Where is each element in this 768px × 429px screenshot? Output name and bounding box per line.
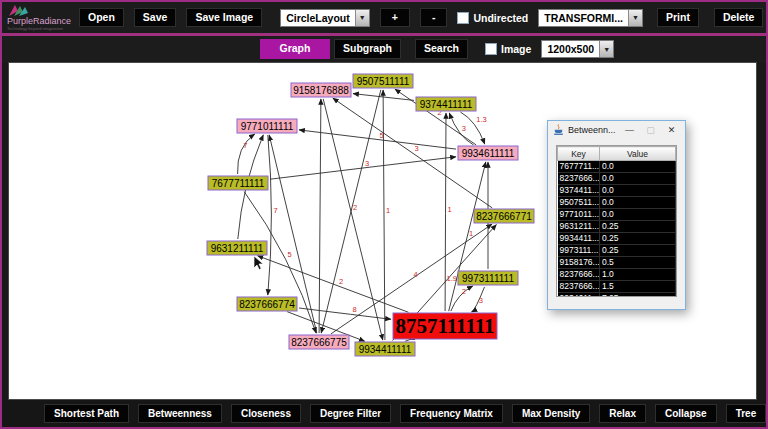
- transform-select-value: TRANSFORMI...: [539, 10, 628, 26]
- table-row[interactable]: 9934611...7.25: [558, 293, 676, 298]
- table-row[interactable]: 8237666...1.0: [558, 269, 676, 281]
- graph-node-label: 8237666774: [239, 299, 295, 310]
- edge-weight-label: 2: [462, 287, 466, 296]
- table-row[interactable]: 9973111...0.25: [558, 245, 676, 257]
- graph-tab-button[interactable]: Graph: [260, 39, 330, 59]
- table-row[interactable]: 8237666...0.0: [558, 173, 676, 185]
- maximize-icon[interactable]: ▢: [642, 125, 659, 135]
- table-cell: 9374411...: [558, 185, 600, 197]
- table-row[interactable]: 9507511...0.0: [558, 197, 676, 209]
- table-cell: 0.0: [600, 197, 676, 209]
- edge-weight-label: 3: [462, 124, 466, 133]
- delete-button[interactable]: Delete: [714, 8, 764, 28]
- bottom-button-max-density[interactable]: Max Density: [512, 404, 590, 423]
- top-toolbar: PurpleRadiance Technology beyond imagina…: [2, 2, 766, 33]
- search-button[interactable]: Search: [415, 39, 468, 59]
- graph-node-label: 7677711111: [212, 178, 265, 189]
- table-row[interactable]: 8237666...1.5: [558, 281, 676, 293]
- image-size-select[interactable]: 1200x500 ▼: [541, 40, 614, 58]
- table-cell: 1.0: [600, 269, 676, 281]
- edge-weight-label: 1.3: [476, 115, 486, 124]
- table-cell: 7677711...: [558, 161, 600, 173]
- table-row[interactable]: 9934411...0.25: [558, 233, 676, 245]
- graph-edge: [323, 99, 383, 340]
- table-cell: 0.0: [600, 185, 676, 197]
- graph-node-label: 8237666771: [476, 211, 532, 222]
- table-cell: 9771011...: [558, 209, 600, 221]
- edge-weight-label: 3: [415, 144, 419, 153]
- table-row[interactable]: 9374411...0.0: [558, 185, 676, 197]
- graph-node-label: 9158176888: [293, 85, 349, 96]
- graph-node-label: 8237666775: [291, 337, 347, 348]
- edge-weight-label: 3: [365, 159, 369, 168]
- table-row[interactable]: 9631211...0.25: [558, 221, 676, 233]
- table-cell: 0.0: [600, 209, 676, 221]
- edge-weight-label: 2: [339, 277, 343, 286]
- bottom-button-relax[interactable]: Relax: [599, 404, 646, 423]
- betweenness-table-panel: Key Value 7677711...0.08237666...0.09374…: [556, 145, 677, 297]
- image-checkbox-row: Image: [485, 43, 531, 55]
- chevron-down-icon[interactable]: ▼: [355, 10, 369, 26]
- undirected-checkbox[interactable]: [457, 12, 469, 24]
- edge-weight-label: 1: [469, 229, 473, 238]
- table-row[interactable]: 7677711...0.0: [558, 161, 676, 173]
- zoom-in-button[interactable]: +: [380, 8, 410, 28]
- app-logo: PurpleRadiance Technology beyond imagina…: [7, 4, 69, 31]
- open-button[interactable]: Open: [79, 8, 124, 28]
- table-cell: 9934611...: [558, 293, 600, 298]
- graph-node-label: 9374411111: [420, 99, 473, 110]
- chevron-down-icon[interactable]: ▼: [599, 41, 613, 57]
- table-cell: 9631211...: [558, 221, 600, 233]
- bottom-button-frequency-matrix[interactable]: Frequency Matrix: [400, 404, 503, 423]
- graph-node-label: 9934411111: [359, 344, 412, 355]
- image-size-value: 1200x500: [542, 41, 599, 57]
- table-row[interactable]: 9158176...0.5: [558, 257, 676, 269]
- window-title: Betweenn...: [568, 125, 616, 135]
- edge-weight-label: 7: [273, 206, 277, 215]
- table-cell: 8237666...: [558, 173, 600, 185]
- key-column-header[interactable]: Key: [558, 147, 600, 161]
- close-icon[interactable]: ✕: [663, 125, 680, 135]
- bottom-button-betweenness[interactable]: Betweenness: [138, 404, 222, 423]
- app-tagline: Technology beyond imagination: [7, 26, 63, 31]
- graph-edge: [449, 162, 486, 311]
- graph-node-label: 9973111111: [462, 273, 514, 284]
- table-cell: 0.0: [600, 161, 676, 173]
- table-cell: 0.25: [600, 233, 676, 245]
- zoom-out-button[interactable]: -: [420, 8, 448, 28]
- transform-select[interactable]: TRANSFORMI... ▼: [538, 9, 643, 27]
- value-column-header[interactable]: Value: [600, 147, 676, 161]
- graph-edge: [238, 134, 255, 174]
- bottom-button-degree-filter[interactable]: Degree Filter: [310, 404, 391, 423]
- app-name: PurpleRadiance: [7, 17, 71, 26]
- table-cell: 9158176...: [558, 257, 600, 269]
- table-cell: 0.0: [600, 173, 676, 185]
- image-checkbox[interactable]: [485, 43, 497, 55]
- subgraph-tab-button[interactable]: Subgraph: [334, 39, 401, 59]
- graph-node-label: 8757111111: [395, 314, 494, 338]
- bottom-toolbar: Shortest PathBetweennessClosenessDegree …: [2, 400, 766, 427]
- graph-node-label: 9771011111: [241, 121, 294, 132]
- betweenness-window[interactable]: Betweenn... — ▢ ✕ Key Value 7677711...0.…: [547, 120, 686, 310]
- app-window: PurpleRadiance Technology beyond imagina…: [0, 0, 768, 429]
- chevron-down-icon[interactable]: ▼: [628, 10, 642, 26]
- minimize-icon[interactable]: —: [621, 125, 638, 135]
- save-image-button[interactable]: Save Image: [186, 8, 262, 28]
- graph-canvas[interactable]: 71532131.313275241.982318 91581768889507…: [8, 62, 757, 400]
- bottom-button-collapse[interactable]: Collapse: [655, 404, 717, 423]
- bottom-button-closeness[interactable]: Closeness: [231, 404, 301, 423]
- edge-weight-label: 4: [414, 270, 418, 279]
- table-row[interactable]: 9771011...0.0: [558, 209, 676, 221]
- edge-weight-label: 1.9: [447, 274, 457, 283]
- graph-node-label: 9631211111: [211, 243, 264, 254]
- java-icon: [553, 124, 564, 136]
- bottom-button-tree[interactable]: Tree: [726, 404, 767, 423]
- print-button[interactable]: Print: [657, 8, 699, 28]
- edge-weight-label: 8: [353, 305, 357, 314]
- edge-weight-label: 3: [479, 296, 483, 305]
- betweenness-window-titlebar[interactable]: Betweenn... — ▢ ✕: [548, 121, 685, 139]
- layout-select[interactable]: CircleLayout ▼: [280, 9, 370, 27]
- bottom-button-shortest-path[interactable]: Shortest Path: [44, 404, 129, 423]
- table-cell: 0.5: [600, 257, 676, 269]
- save-button[interactable]: Save: [134, 8, 177, 28]
